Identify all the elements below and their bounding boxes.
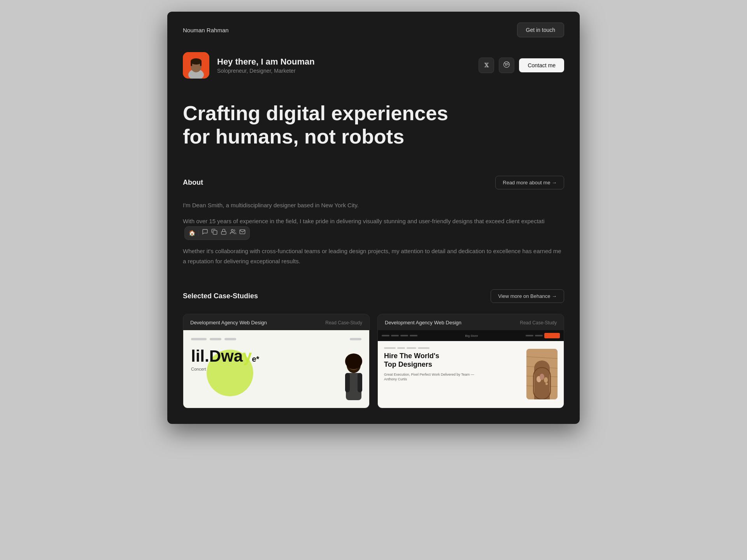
read-more-button[interactable]: Read more about me → [495, 176, 564, 189]
profile-text: Hey there, I am Nouman Solopreneur, Desi… [217, 57, 315, 74]
contact-me-button[interactable]: Contact me [519, 58, 564, 72]
hero-section: Crafting digital experiences for humans,… [167, 90, 580, 168]
svg-point-14 [345, 354, 362, 369]
card2-left: Hire The World's Top Designers Great Exe… [384, 347, 522, 402]
twitter-icon: 𝕏 [484, 62, 489, 69]
case-studies-title: Selected Case-Studies [183, 292, 258, 300]
svg-point-23 [545, 383, 548, 385]
about-para-1: I'm Dean Smith, a multidisciplinary desi… [183, 200, 564, 210]
case-studies-header: Selected Case-Studies View more on Behan… [183, 289, 564, 303]
svg-point-8 [231, 229, 233, 231]
toolbar-copy-icon[interactable] [211, 229, 217, 238]
card2-heading: Hire The World's Top Designers [384, 352, 522, 369]
view-more-behance-button[interactable]: View more on Behance → [491, 289, 564, 303]
card1-navbar [191, 338, 361, 340]
svg-rect-12 [345, 373, 350, 392]
case-card-2-header: Development Agency Web Design Read Case-… [378, 314, 564, 330]
profile-left: Hey there, I am Nouman Solopreneur, Desi… [183, 52, 315, 79]
about-text: I'm Dean Smith, a multidisciplinary desi… [183, 200, 564, 266]
case-grid: Development Agency Web Design Read Case-… [183, 314, 564, 408]
about-para-3: Whether it's collaborating with cross-fu… [183, 246, 564, 266]
case-card-2: Development Agency Web Design Read Case-… [377, 314, 564, 408]
toolbar-chat-icon[interactable] [202, 229, 208, 238]
about-section: About Read more about me → I'm Dean Smit… [167, 168, 580, 282]
svg-rect-13 [358, 373, 362, 392]
case-studies-section: Selected Case-Studies View more on Behan… [167, 282, 580, 424]
hero-heading: Crafting digital experiences for humans,… [183, 102, 455, 149]
profile-subtitle: Solopreneur, Designer, Marketer [217, 68, 315, 74]
profile-section: Hey there, I am Nouman Solopreneur, Desi… [167, 48, 580, 90]
get-in-touch-button[interactable]: Get in touch [517, 23, 565, 37]
svg-point-25 [540, 374, 544, 380]
case-card-2-link[interactable]: Read Case-Study [520, 320, 557, 326]
toolbar-user-icon[interactable] [230, 229, 236, 238]
case-card-1-link[interactable]: Read Case-Study [325, 320, 362, 326]
svg-rect-4 [191, 61, 192, 66]
case-card-2-image: Big Store [378, 330, 564, 408]
about-para-2: With over 15 years of experience in the … [183, 216, 564, 240]
card2-nav: Big Store [378, 330, 564, 341]
twitter-button[interactable]: 𝕏 [479, 58, 494, 73]
svg-point-26 [544, 377, 548, 383]
case-card-1: Development Agency Web Design Read Case-… [183, 314, 370, 408]
case-card-1-image: lil.Dwaye* Concert [183, 330, 369, 408]
navbar: Nouman Rahman Get in touch [167, 12, 580, 48]
site-logo: Nouman Rahman [183, 27, 229, 33]
about-title: About [183, 178, 203, 187]
card1-brand-text: lil.Dwaye* [191, 348, 361, 364]
toolbar-home-icon[interactable]: 🏠 [189, 229, 195, 238]
dribbble-button[interactable] [499, 58, 514, 73]
svg-rect-7 [221, 231, 226, 234]
dribbble-icon [503, 61, 510, 70]
case-card-1-header: Development Agency Web Design Read Case-… [183, 314, 369, 330]
avatar [183, 52, 209, 79]
card1-subtext: Concert [191, 367, 361, 371]
toolbar-mail-icon[interactable] [239, 229, 245, 238]
profile-name: Hey there, I am Nouman [217, 57, 315, 67]
about-header: About Read more about me → [183, 176, 564, 189]
card1-person [338, 354, 369, 408]
svg-point-3 [191, 58, 202, 65]
case-card-1-title: Development Agency Web Design [190, 320, 267, 326]
browser-window: Nouman Rahman Get in touch Hey ther [167, 12, 580, 424]
profile-right: 𝕏 Contact me [479, 58, 564, 73]
toolbar-lock-icon[interactable] [221, 229, 227, 238]
svg-rect-5 [200, 61, 202, 66]
card2-image-right [526, 349, 558, 399]
card2-desc: Great Execution, Pixel Perfect Work Deli… [384, 372, 522, 382]
case-card-2-title: Development Agency Web Design [385, 320, 461, 326]
card2-content: Hire The World's Top Designers Great Exe… [378, 341, 564, 408]
